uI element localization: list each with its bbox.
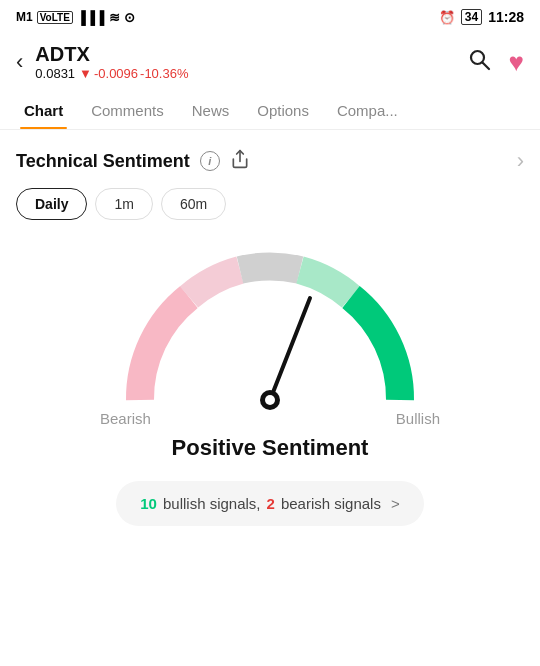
ticker-price: 0.0831 ▼ -0.0096 -10.36% xyxy=(35,66,188,81)
time-filters: Daily 1m 60m xyxy=(16,188,524,220)
price-change: ▼ -0.0096 -10.36% xyxy=(79,66,188,81)
share-button[interactable] xyxy=(230,149,250,174)
bullish-text: bullish signals, xyxy=(163,495,261,512)
status-left: M1 VoLTE ▐▐▐ ≋ ⊙ xyxy=(16,10,135,25)
change-arrow: ▼ xyxy=(79,66,92,81)
section-title-group: Technical Sentiment i xyxy=(16,149,250,174)
nav-tabs: Chart Comments News Options Compa... xyxy=(0,92,540,130)
svg-line-1 xyxy=(482,63,489,70)
sentiment-label: Positive Sentiment xyxy=(172,435,369,461)
header-left: ‹ ADTX 0.0831 ▼ -0.0096 -10.36% xyxy=(16,43,188,81)
alarm-icon: ⏰ xyxy=(439,10,455,25)
price-value: 0.0831 xyxy=(35,66,75,81)
time-btn-daily[interactable]: Daily xyxy=(16,188,87,220)
section-header: Technical Sentiment i › xyxy=(16,148,524,174)
signal-icon: ▐▐▐ xyxy=(77,10,105,25)
ticker-info: ADTX 0.0831 ▼ -0.0096 -10.36% xyxy=(35,43,188,81)
search-button[interactable] xyxy=(467,47,491,77)
gauge-container: Bearish Bullish Positive Sentiment 10 bu… xyxy=(16,240,524,526)
tab-comments[interactable]: Comments xyxy=(77,92,178,129)
svg-line-3 xyxy=(270,298,310,400)
time-btn-60m[interactable]: 60m xyxy=(161,188,226,220)
signals-bar[interactable]: 10 bullish signals, 2 bearish signals > xyxy=(116,481,423,526)
section-arrow[interactable]: › xyxy=(517,148,524,174)
header-icons: ♥ xyxy=(467,47,524,78)
gauge-wrapper xyxy=(100,240,440,420)
status-right: ⏰ 34 11:28 xyxy=(439,9,524,25)
wifi-icon: ≋ xyxy=(109,10,120,25)
section-title: Technical Sentiment xyxy=(16,151,190,172)
tab-company[interactable]: Compa... xyxy=(323,92,412,129)
time-display: 11:28 xyxy=(488,9,524,25)
bearish-count: 2 xyxy=(267,495,275,512)
stock-header: ‹ ADTX 0.0831 ▼ -0.0096 -10.36% ♥ xyxy=(0,32,540,92)
camera-icon: ⊙ xyxy=(124,10,135,25)
gauge-svg xyxy=(100,240,440,420)
change-value: -0.0096 xyxy=(94,66,138,81)
signals-arrow: > xyxy=(391,495,400,512)
favorite-button[interactable]: ♥ xyxy=(509,47,524,78)
status-bar: M1 VoLTE ▐▐▐ ≋ ⊙ ⏰ 34 11:28 xyxy=(0,0,540,32)
volte-badge: VoLTE xyxy=(37,11,73,24)
battery-level: 34 xyxy=(461,9,482,25)
change-pct: -10.36% xyxy=(140,66,188,81)
time-btn-1m[interactable]: 1m xyxy=(95,188,152,220)
bearish-text: bearish signals xyxy=(281,495,381,512)
tab-chart[interactable]: Chart xyxy=(10,92,77,129)
bullish-count: 10 xyxy=(140,495,157,512)
main-content: Technical Sentiment i › Daily 1m 60m xyxy=(0,130,540,526)
back-button[interactable]: ‹ xyxy=(16,49,23,75)
tab-news[interactable]: News xyxy=(178,92,244,129)
carrier-label: M1 xyxy=(16,10,33,24)
svg-point-5 xyxy=(265,395,275,405)
info-button[interactable]: i xyxy=(200,151,220,171)
ticker-symbol: ADTX xyxy=(35,43,188,66)
tab-options[interactable]: Options xyxy=(243,92,323,129)
